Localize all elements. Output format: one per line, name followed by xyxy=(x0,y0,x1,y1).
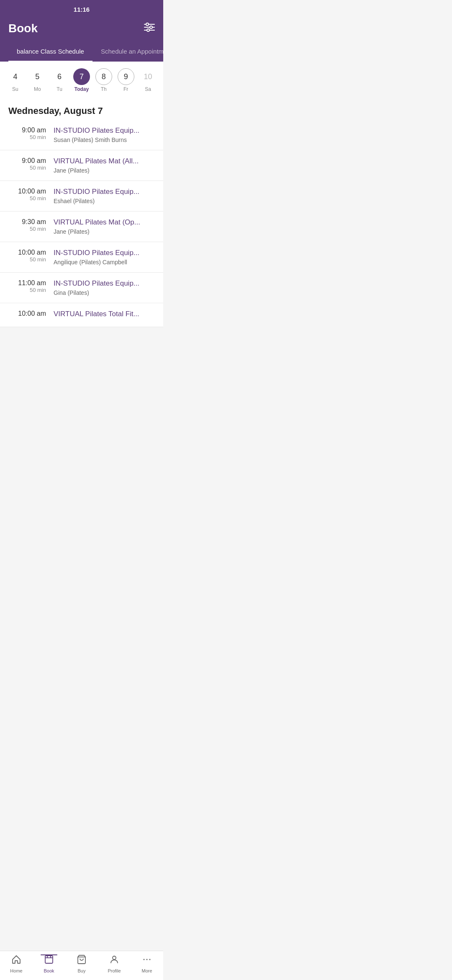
day-label-4: Su xyxy=(12,86,18,92)
day-number-6: 6 xyxy=(51,68,68,85)
class-instructor: Gina (Pilates) xyxy=(54,289,155,296)
class-item[interactable]: 9:00 am 50 min VIRTUAL Pilates Mat (All.… xyxy=(0,150,163,181)
class-name: IN-STUDIO Pilates Equip... xyxy=(54,188,155,196)
class-item[interactable]: 10:00 am 50 min IN-STUDIO Pilates Equip.… xyxy=(0,181,163,211)
filter-icon[interactable] xyxy=(144,23,155,34)
day-number-4: 4 xyxy=(7,68,23,85)
class-instructor: Angilique (Pilates) Campbell xyxy=(54,259,155,266)
day-number-8: 8 xyxy=(95,68,112,85)
calendar-day-4[interactable]: 4 Su xyxy=(5,68,25,92)
class-time: 9:00 am 50 min xyxy=(8,157,46,171)
status-bar: 11:16 xyxy=(8,0,155,18)
day-label-8: Th xyxy=(101,86,107,92)
class-time: 9:00 am 50 min xyxy=(8,126,46,140)
class-list: 9:00 am 50 min IN-STUDIO Pilates Equip..… xyxy=(0,120,163,327)
page-title: Book xyxy=(8,22,38,35)
content-area: Wednesday, August 7 xyxy=(0,99,163,120)
class-info: IN-STUDIO Pilates Equip... Angilique (Pi… xyxy=(54,249,155,266)
class-time: 9:30 am 50 min xyxy=(8,218,46,232)
class-instructor: Eshael (Pilates) xyxy=(54,198,155,204)
svg-point-3 xyxy=(146,23,149,26)
class-time: 10:00 am 50 min xyxy=(8,188,46,201)
class-instructor: Susan (Pilates) Smith Burns xyxy=(54,137,155,143)
tabs-row: balance Class Schedule Schedule an Appoi… xyxy=(8,42,155,62)
class-info: VIRTUAL Pilates Mat (All... Jane (Pilate… xyxy=(54,157,155,174)
calendar-day-5[interactable]: 5 Mo xyxy=(27,68,47,92)
day-label-7: Today xyxy=(74,86,89,92)
class-name: VIRTUAL Pilates Mat (All... xyxy=(54,157,155,165)
svg-point-5 xyxy=(147,29,149,31)
date-heading: Wednesday, August 7 xyxy=(8,99,155,120)
class-name: VIRTUAL Pilates Total Fit... xyxy=(54,310,155,318)
calendar-day-6[interactable]: 6 Tu xyxy=(49,68,69,92)
day-number-9: 9 xyxy=(118,68,134,85)
class-time: 10:00 am 50 min xyxy=(8,249,46,263)
class-item[interactable]: 10:00 am VIRTUAL Pilates Total Fit... xyxy=(0,303,163,327)
app-header: Book xyxy=(8,18,155,42)
calendar-day-7[interactable]: 7 Today xyxy=(72,68,92,92)
calendar-day-8[interactable]: 8 Th xyxy=(94,68,114,92)
class-info: VIRTUAL Pilates Total Fit... xyxy=(54,310,155,320)
class-item[interactable]: 9:00 am 50 min IN-STUDIO Pilates Equip..… xyxy=(0,120,163,150)
svg-point-4 xyxy=(150,26,152,28)
class-name: IN-STUDIO Pilates Equip... xyxy=(54,249,155,257)
tab-schedule-appointment[interactable]: Schedule an Appointm... xyxy=(92,42,163,62)
calendar-day-9[interactable]: 9 Fr xyxy=(116,68,136,92)
class-time: 10:00 am xyxy=(8,310,46,317)
class-item[interactable]: 11:00 am 50 min IN-STUDIO Pilates Equip.… xyxy=(0,273,163,303)
day-label-6: Tu xyxy=(56,86,62,92)
day-number-5: 5 xyxy=(29,68,46,85)
day-label-10: Sa xyxy=(145,86,151,92)
class-instructor: Jane (Pilates) xyxy=(54,167,155,174)
class-name: IN-STUDIO Pilates Equip... xyxy=(54,279,155,288)
class-name: VIRTUAL Pilates Mat (Op... xyxy=(54,218,155,227)
class-info: VIRTUAL Pilates Mat (Op... Jane (Pilates… xyxy=(54,218,155,235)
calendar-day-10[interactable]: 10 Sa xyxy=(138,68,158,92)
day-label-5: Mo xyxy=(34,86,41,92)
class-instructor: Jane (Pilates) xyxy=(54,228,155,235)
calendar-section: 4 Su 5 Mo 6 Tu 7 Today 8 Th 9 Fr 10 Sa xyxy=(0,62,163,99)
day-number-10: 10 xyxy=(139,68,156,85)
class-item[interactable]: 9:30 am 50 min VIRTUAL Pilates Mat (Op..… xyxy=(0,211,163,242)
class-time: 11:00 am 50 min xyxy=(8,279,46,293)
class-info: IN-STUDIO Pilates Equip... Eshael (Pilat… xyxy=(54,188,155,204)
day-label-9: Fr xyxy=(123,86,128,92)
days-row: 4 Su 5 Mo 6 Tu 7 Today 8 Th 9 Fr 10 Sa xyxy=(4,68,159,92)
time: 11:16 xyxy=(74,6,90,13)
class-info: IN-STUDIO Pilates Equip... Susan (Pilate… xyxy=(54,126,155,143)
class-info: IN-STUDIO Pilates Equip... Gina (Pilates… xyxy=(54,279,155,296)
tab-class-schedule[interactable]: balance Class Schedule xyxy=(8,42,92,62)
day-number-7: 7 xyxy=(73,68,90,85)
class-name: IN-STUDIO Pilates Equip... xyxy=(54,126,155,135)
class-item[interactable]: 10:00 am 50 min IN-STUDIO Pilates Equip.… xyxy=(0,242,163,273)
